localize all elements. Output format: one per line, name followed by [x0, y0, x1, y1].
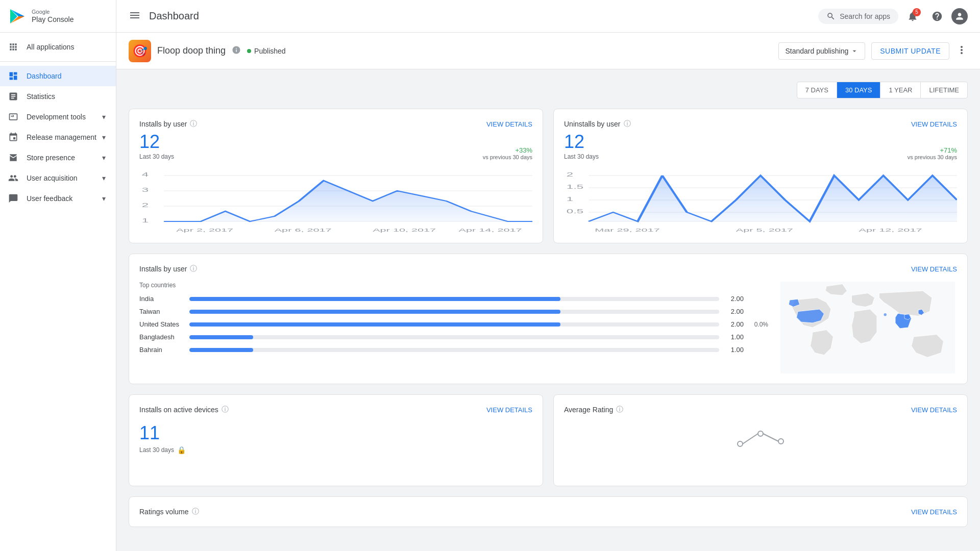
installs-view-details[interactable]: VIEW DETAILS [486, 120, 532, 128]
top-countries-label: Top countries [139, 282, 768, 289]
ratings-volume-view-details[interactable]: VIEW DETAILS [911, 508, 957, 516]
main-content: Dashboard Search for apps 5 [116, 0, 980, 551]
svg-marker-12 [164, 181, 532, 221]
submit-update-button[interactable]: SUBMIT UPDATE [871, 42, 949, 60]
ratings-volume-info-icon[interactable]: ⓘ [192, 507, 199, 516]
sidebar-label-dashboard: Dashboard [27, 72, 108, 80]
uninstalls-card-title: Uninstalls by user [564, 120, 621, 128]
installs-country-info-icon[interactable]: ⓘ [190, 264, 197, 273]
country-row-taiwan: Taiwan 2.00 [139, 308, 768, 315]
active-installs-title: Installs on active devices [139, 406, 218, 414]
sidebar-item-release-mgmt[interactable]: Release management ▾ [0, 127, 116, 147]
country-taiwan-value: 2.00 [723, 308, 744, 315]
svg-text:0.5: 0.5 [567, 209, 583, 214]
country-bangladesh-value: 1.00 [723, 333, 744, 341]
metrics-row-4: Ratings volume ⓘ VIEW DETAILS [129, 496, 968, 527]
metrics-row-2: Installs by user ⓘ VIEW DETAILS Top coun… [129, 254, 968, 384]
logo-play-console: Play Console [32, 15, 74, 24]
app-info-icon[interactable] [232, 45, 241, 56]
svg-text:3: 3 [142, 187, 149, 193]
country-bahrain-fill [189, 348, 253, 352]
more-options-icon[interactable] [955, 44, 968, 58]
sidebar-item-all-applications[interactable]: All applications [0, 37, 116, 57]
country-taiwan-fill [189, 310, 560, 314]
country-row-bangladesh: Bangladesh 1.00 [139, 333, 768, 341]
active-installs-card: Installs on active devices ⓘ VIEW DETAIL… [129, 394, 543, 486]
svg-text:4: 4 [142, 172, 149, 178]
publishing-mode-label: Standard publishing [785, 47, 848, 55]
svg-point-31 [884, 313, 887, 316]
tab-1year[interactable]: 1 YEAR [880, 82, 921, 98]
svg-text:1.5: 1.5 [567, 184, 583, 190]
help-btn[interactable] [927, 6, 947, 27]
time-range-tabs: 7 DAYS 30 DAYS 1 YEAR LIFETIME [797, 82, 968, 98]
country-bahrain-name: Bahrain [139, 346, 185, 354]
top-bar-actions: Search for apps 5 [818, 6, 968, 27]
country-us-fill [189, 322, 560, 327]
tab-lifetime[interactable]: LIFETIME [921, 82, 967, 98]
lock-icon: 🔒 [177, 446, 186, 454]
average-rating-view-details[interactable]: VIEW DETAILS [911, 406, 957, 414]
active-installs-view-details[interactable]: VIEW DETAILS [486, 406, 532, 414]
country-bahrain-value: 1.00 [723, 346, 744, 354]
svg-text:1: 1 [567, 196, 573, 202]
average-rating-info-icon[interactable]: ⓘ [616, 405, 623, 414]
svg-text:2: 2 [142, 203, 149, 208]
sidebar-item-user-feedback[interactable]: User feedback ▾ [0, 188, 116, 209]
uninstalls-view-details[interactable]: VIEW DETAILS [911, 120, 957, 128]
sidebar-item-user-acquisition[interactable]: User acquisition ▾ [0, 168, 116, 188]
installs-by-country-card: Installs by user ⓘ VIEW DETAILS Top coun… [129, 254, 968, 384]
search-box[interactable]: Search for apps [818, 9, 898, 24]
tab-7days[interactable]: 7 DAYS [797, 82, 837, 98]
svg-text:1: 1 [142, 218, 149, 223]
average-rating-title: Average Rating [564, 406, 613, 414]
svg-text:Mar 29, 2017: Mar 29, 2017 [595, 228, 660, 233]
country-us-pct: 0.0% [748, 321, 768, 328]
country-india-name: India [139, 295, 185, 303]
app-icon: 🎯 [129, 40, 151, 62]
installs-vs: vs previous 30 days [483, 154, 532, 160]
release-mgmt-chevron: ▾ [100, 133, 108, 141]
svg-text:Apr 14, 2017: Apr 14, 2017 [459, 228, 522, 233]
search-placeholder: Search for apps [840, 12, 890, 20]
active-installs-info-icon[interactable]: ⓘ [222, 405, 229, 414]
installs-value: 12 [139, 133, 174, 151]
status-label: Published [254, 47, 286, 55]
installs-info-icon[interactable]: ⓘ [190, 119, 197, 129]
sidebar-item-statistics[interactable]: Statistics [0, 86, 116, 107]
sidebar-item-dev-tools[interactable]: Development tools ▾ [0, 107, 116, 127]
installs-chart: 4 3 2 1 [139, 166, 532, 233]
active-installs-value: 11 [139, 422, 532, 444]
sidebar-item-dashboard[interactable]: Dashboard [0, 66, 116, 86]
world-map-svg [778, 282, 957, 373]
country-us-value: 2.00 [723, 320, 744, 328]
svg-text:Apr 6, 2017: Apr 6, 2017 [275, 228, 332, 233]
app-header: 🎯 Floop doop thing Published Standard pu… [116, 33, 980, 69]
installs-country-view-details[interactable]: VIEW DETAILS [911, 265, 957, 273]
notification-btn[interactable]: 5 [902, 6, 923, 27]
installs-country-title: Installs by user [139, 265, 187, 273]
statistics-icon [8, 91, 18, 102]
sidebar-label-dev-tools: Development tools [27, 113, 100, 121]
dashboard-content: 7 DAYS 30 DAYS 1 YEAR LIFETIME Installs … [116, 69, 980, 551]
country-row-us: United States 2.00 0.0% [139, 320, 768, 328]
sidebar-label-statistics: Statistics [27, 92, 108, 101]
sidebar-label-user-acquisition: User acquisition [27, 174, 100, 182]
sidebar-divider-1 [0, 61, 116, 62]
sidebar-item-store-presence[interactable]: Store presence ▾ [0, 147, 116, 168]
store-presence-chevron: ▾ [100, 154, 108, 162]
uninstalls-value: 12 [564, 133, 599, 151]
sidebar-nav: All applications Dashboard Statistics [0, 33, 116, 213]
dev-tools-icon [8, 112, 18, 122]
notification-badge: 5 [913, 8, 921, 16]
svg-point-32 [738, 441, 743, 446]
play-store-icon [8, 7, 27, 26]
country-taiwan-bar [189, 310, 719, 314]
average-rating-card: Average Rating ⓘ VIEW DETAILS [553, 394, 968, 486]
publishing-mode-select[interactable]: Standard publishing [778, 42, 865, 60]
user-avatar[interactable] [951, 8, 968, 24]
user-feedback-icon [8, 193, 18, 204]
tab-30days[interactable]: 30 DAYS [837, 82, 881, 98]
menu-icon[interactable] [129, 9, 141, 23]
uninstalls-info-icon[interactable]: ⓘ [624, 119, 631, 129]
